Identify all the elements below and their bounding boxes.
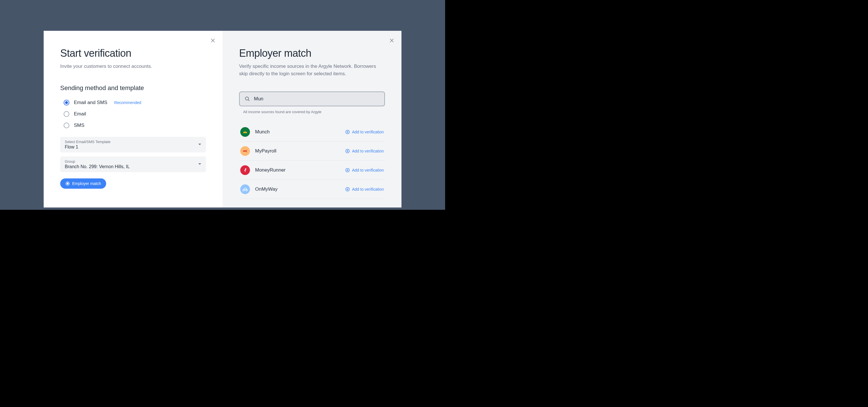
add-label: Add to verification	[352, 130, 384, 134]
start-verification-panel: Start verification Invite your customers…	[44, 31, 223, 207]
button-label: Employer match	[72, 181, 101, 186]
svg-line-7	[248, 100, 249, 101]
plus-circle-icon	[345, 168, 350, 172]
svg-point-14	[245, 169, 246, 170]
radio-icon	[64, 111, 69, 117]
svg-point-6	[245, 97, 249, 100]
result-left: Munch	[240, 127, 270, 137]
employer-name: OnMyWay	[255, 186, 278, 192]
employer-icon	[240, 146, 250, 156]
page-subtitle: Verify specific income sources in the Ar…	[239, 63, 385, 77]
recommended-tag: Recommended	[114, 100, 141, 105]
search-input[interactable]	[254, 96, 379, 102]
plus-circle-icon	[345, 187, 350, 192]
employer-icon	[240, 165, 250, 175]
template-select[interactable]: Select Email/SMS Template Flow 1	[60, 137, 206, 152]
select-value: Flow 1	[65, 144, 111, 149]
select-inner: Group Branch No. 299: Vernon Hills, IL	[65, 159, 130, 169]
svg-point-3	[67, 183, 68, 184]
add-to-verification-button[interactable]: Add to verification	[345, 187, 384, 192]
top-spacer	[2, 2, 443, 31]
select-inner: Select Email/SMS Template Flow 1	[65, 140, 111, 149]
radio-icon	[64, 100, 69, 105]
employer-name: MoneyRunner	[255, 167, 286, 173]
app-frame: Start verification Invite your customers…	[0, 0, 445, 210]
chevron-down-icon	[198, 143, 202, 146]
add-to-verification-button[interactable]: Add to verification	[345, 149, 384, 153]
add-to-verification-button[interactable]: Add to verification	[345, 130, 384, 134]
add-label: Add to verification	[352, 187, 384, 192]
close-icon	[211, 38, 215, 43]
add-label: Add to verification	[352, 149, 384, 153]
add-label: Add to verification	[352, 168, 384, 172]
employer-name: Munch	[255, 129, 270, 135]
section-heading: Sending method and template	[60, 84, 206, 92]
employer-icon	[240, 184, 250, 194]
search-field[interactable]	[239, 92, 385, 106]
employer-name: MyPayroll	[255, 148, 277, 154]
employer-icon	[240, 127, 250, 137]
plus-circle-icon	[345, 130, 350, 134]
employer-match-panel: Employer match Verify specific income so…	[223, 31, 401, 207]
results-list: Munch Add to verification	[239, 123, 385, 199]
radio-sms[interactable]: SMS	[64, 123, 206, 128]
result-row-onmyway: OnMyWay Add to verification	[239, 180, 385, 199]
close-icon	[390, 38, 394, 43]
page-title: Start verification	[60, 47, 206, 59]
add-to-verification-button[interactable]: Add to verification	[345, 168, 384, 172]
search-note: All income sources found are covered by …	[239, 110, 385, 114]
employer-match-button[interactable]: Employer match	[60, 178, 106, 189]
select-value: Branch No. 299: Vernon Hills, IL	[65, 164, 130, 169]
select-label: Select Email/SMS Template	[65, 140, 111, 144]
search-icon	[245, 96, 250, 101]
radio-label: SMS	[74, 123, 85, 128]
plus-circle-icon	[345, 149, 350, 153]
result-left: MyPayroll	[240, 146, 277, 156]
result-row-mypayroll: MyPayroll Add to verification	[239, 142, 385, 161]
radio-label: Email	[74, 111, 86, 117]
result-left: OnMyWay	[240, 184, 278, 194]
radio-email-and-sms[interactable]: Email and SMS Recommended	[64, 100, 206, 105]
close-left-button[interactable]	[210, 38, 216, 43]
panels-container: Start verification Invite your customers…	[44, 31, 401, 207]
page-title: Employer match	[239, 47, 385, 59]
radio-icon	[64, 123, 69, 128]
target-icon	[65, 181, 70, 186]
sending-method-radio-group: Email and SMS Recommended Email SMS	[60, 100, 206, 128]
result-row-moneyrunner: MoneyRunner Add to verification	[239, 161, 385, 180]
page-subtitle: Invite your customers to connect account…	[60, 63, 206, 70]
radio-email[interactable]: Email	[64, 111, 206, 117]
close-right-button[interactable]	[389, 38, 395, 43]
result-row-munch: Munch Add to verification	[239, 123, 385, 142]
result-left: MoneyRunner	[240, 165, 286, 175]
radio-label: Email and SMS	[74, 100, 107, 105]
chevron-down-icon	[198, 163, 202, 165]
group-select[interactable]: Group Branch No. 299: Vernon Hills, IL	[60, 157, 206, 172]
select-label: Group	[65, 159, 130, 164]
